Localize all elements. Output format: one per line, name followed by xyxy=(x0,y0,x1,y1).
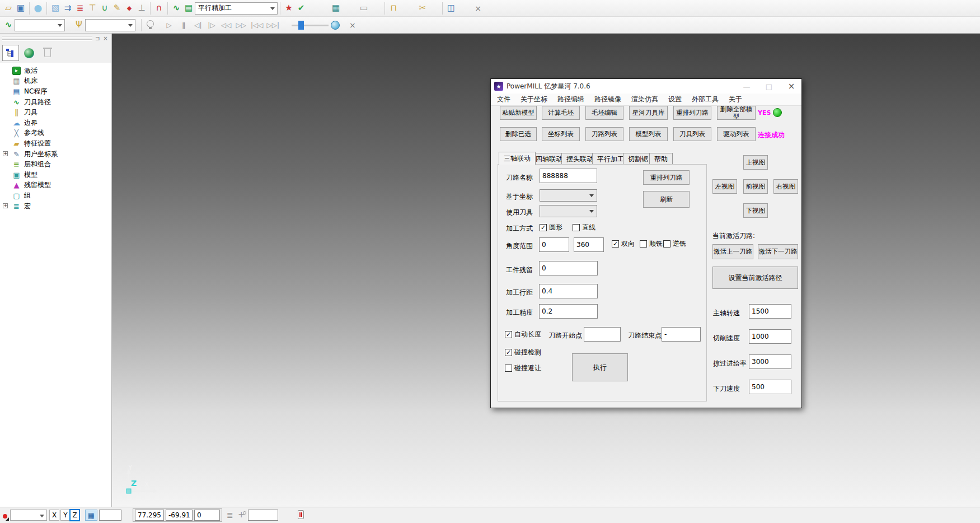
stepover-input[interactable] xyxy=(539,284,598,298)
tool-icon[interactable] xyxy=(86,2,99,15)
lightbulb-icon[interactable] xyxy=(144,18,156,32)
auto-length-checkbox[interactable]: 自动长度 xyxy=(505,330,541,339)
stock-model-icon[interactable] xyxy=(445,2,457,15)
pause-icon[interactable] xyxy=(179,18,189,32)
view-front-button[interactable]: 前视图 xyxy=(743,179,768,194)
tree-item-workplane[interactable]: +用户坐标系 xyxy=(0,149,111,160)
close-button[interactable]: × xyxy=(780,79,803,94)
start-point-input[interactable] xyxy=(584,327,621,342)
activate-prev-toolpath-button[interactable]: 激活上一刀路 xyxy=(712,244,753,259)
tree-item-pattern[interactable]: 参考线 xyxy=(0,128,111,139)
macro-icon[interactable] xyxy=(2,18,15,32)
axis-x-button[interactable]: X xyxy=(49,510,59,521)
expand-toggle[interactable]: + xyxy=(3,203,8,208)
calculator-icon[interactable] xyxy=(330,2,342,15)
panel-grip[interactable] xyxy=(2,36,92,43)
tree-item-boundary[interactable]: 边界 xyxy=(0,118,111,128)
pause-indicator-icon[interactable] xyxy=(298,510,304,519)
tree-item-activate[interactable]: 激活 xyxy=(0,66,111,76)
toolpath-list-icon[interactable] xyxy=(182,2,195,15)
stock-allowance-input[interactable] xyxy=(539,261,598,275)
rearrange-toolpaths-button[interactable]: 重排列刀路 xyxy=(673,106,711,120)
toolpath-icon[interactable] xyxy=(62,2,74,15)
tab-globe[interactable] xyxy=(21,45,37,61)
tool-library-button[interactable]: 星河刀具库 xyxy=(629,106,668,120)
tools-icon[interactable] xyxy=(73,18,85,32)
close-toolbar-icon[interactable] xyxy=(472,2,484,15)
macro-icon[interactable] xyxy=(170,2,182,15)
grid-toggle-button[interactable] xyxy=(85,510,97,521)
delete-all-models-button[interactable]: 删除全部模型 xyxy=(717,106,756,120)
coordinate-y-input[interactable] xyxy=(166,510,193,521)
play-icon[interactable] xyxy=(164,18,174,32)
skim-feed-input[interactable] xyxy=(749,354,791,369)
sim-toolpath-combobox[interactable] xyxy=(15,19,65,31)
save-project-icon[interactable] xyxy=(15,2,27,15)
tab-3axis[interactable]: 三轴联动 xyxy=(499,152,536,165)
mode-circle-checkbox[interactable]: 圆形 xyxy=(540,223,562,232)
tab-explorer-tree[interactable] xyxy=(2,45,19,61)
hatchet-icon[interactable] xyxy=(283,2,295,15)
base-coord-combobox[interactable] xyxy=(540,189,597,202)
tree-item-tool[interactable]: 刀具 xyxy=(0,107,111,118)
spindle-speed-input[interactable] xyxy=(749,304,791,319)
pattern-icon[interactable] xyxy=(111,2,123,15)
tree-item-feature-set[interactable]: 特征设置 xyxy=(0,138,111,149)
angle-to-input[interactable] xyxy=(574,237,604,252)
menu-about[interactable]: 关于 xyxy=(724,95,747,104)
menu-coordinates[interactable]: 关于坐标 xyxy=(515,95,552,104)
slider-handle[interactable] xyxy=(298,21,304,30)
levels-icon[interactable] xyxy=(74,2,86,15)
statusbar-value-input[interactable] xyxy=(248,510,278,521)
clock-icon[interactable] xyxy=(331,21,340,30)
close-toolbar-icon[interactable] xyxy=(346,18,359,32)
set-active-path-button[interactable]: 设置当前激活路径 xyxy=(712,267,798,289)
coordinate-list-icon[interactable] xyxy=(227,511,233,520)
view-top-button[interactable]: 上视图 xyxy=(743,155,768,170)
verify-icon[interactable] xyxy=(295,2,307,15)
end-point-input[interactable] xyxy=(662,327,701,342)
both-direction-checkbox[interactable]: 双向 xyxy=(612,239,635,249)
use-tool-combobox[interactable] xyxy=(540,205,597,217)
angle-from-input[interactable] xyxy=(539,237,569,252)
measure-icon[interactable] xyxy=(358,2,370,15)
tree-item-toolpath[interactable]: 刀具路径 xyxy=(0,97,111,108)
coordinate-z-input[interactable] xyxy=(194,510,220,521)
collision-avoid-checkbox[interactable]: 碰撞避让 xyxy=(505,363,541,373)
menu-path-mirror[interactable]: 路径镜像 xyxy=(589,95,626,104)
menu-render-sim[interactable]: 渲染仿真 xyxy=(626,95,663,104)
rearrange-button[interactable]: 重排列刀路 xyxy=(643,170,690,185)
tree-item-machine[interactable]: 机床 xyxy=(0,76,111,87)
menu-file[interactable]: 文件 xyxy=(492,95,515,104)
strategy-combobox[interactable]: 平行精加工 xyxy=(195,2,278,15)
menu-path-edit[interactable]: 路径编辑 xyxy=(552,95,589,104)
drive-list-button[interactable]: 驱动列表 xyxy=(717,127,756,141)
coordinate-x-input[interactable] xyxy=(135,510,164,521)
simulation-speed-slider[interactable] xyxy=(292,21,329,30)
climb-mill-checkbox[interactable]: 顺铣 xyxy=(640,239,663,249)
axis-z-button[interactable]: Z xyxy=(69,509,80,521)
trim-icon[interactable] xyxy=(416,2,429,15)
expand-toggle[interactable]: + xyxy=(3,151,8,156)
open-project-icon[interactable] xyxy=(2,2,15,15)
fast-forward-icon[interactable] xyxy=(235,18,247,32)
conventional-mill-checkbox[interactable]: 逆铣 xyxy=(663,239,686,249)
rewind-icon[interactable] xyxy=(220,18,232,32)
tree-item-levels[interactable]: 层和组合 xyxy=(0,159,111,170)
menu-external-tools[interactable]: 外部工具 xyxy=(687,95,724,104)
tree-item-macro[interactable]: +宏 xyxy=(0,201,111,212)
view-left-button[interactable]: 左视图 xyxy=(712,179,737,194)
view-sphere-icon[interactable] xyxy=(32,2,44,15)
points-icon[interactable] xyxy=(123,2,135,15)
step-back-icon[interactable] xyxy=(193,18,203,32)
go-to-end-icon[interactable] xyxy=(265,18,280,32)
minimize-button[interactable]: — xyxy=(735,79,758,94)
cutting-feed-input[interactable] xyxy=(749,329,791,344)
toolpath-name-input[interactable] xyxy=(540,169,597,183)
tool-list-button[interactable]: 刀具列表 xyxy=(673,127,711,141)
stock-edit-button[interactable]: 毛坯编辑 xyxy=(585,106,623,120)
step-forward-icon[interactable] xyxy=(207,18,217,32)
tolerance-input[interactable] xyxy=(539,304,598,319)
paste-new-model-button[interactable]: 粘贴新模型 xyxy=(500,106,537,120)
delete-selected-button[interactable]: 删除已选 xyxy=(500,127,537,141)
